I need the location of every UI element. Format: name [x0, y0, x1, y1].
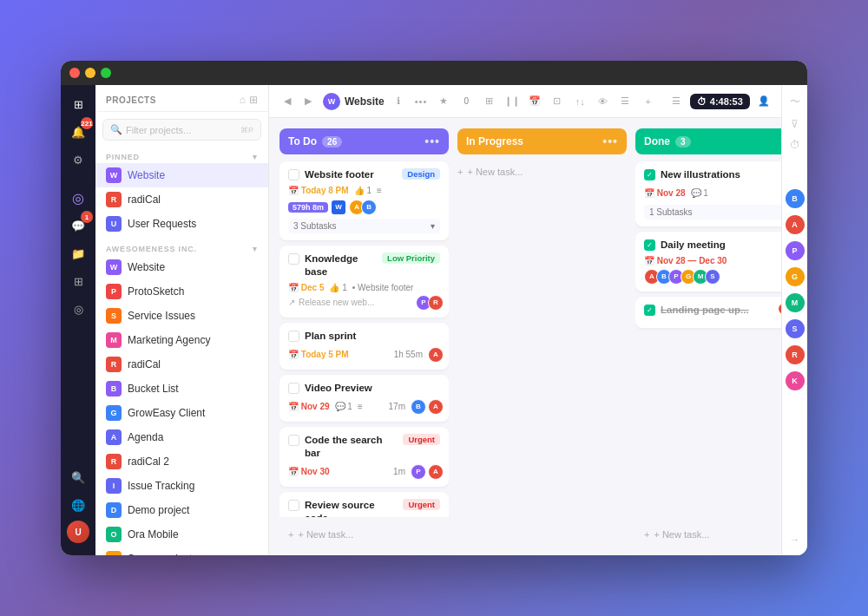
chat-icon[interactable]: 💬 1	[66, 213, 90, 238]
todo-more-button[interactable]: •••	[424, 134, 440, 148]
sidebar-item-scrum-project[interactable]: S Scrum project	[95, 547, 268, 555]
card-plan-sprint[interactable]: Plan sprint 📅 Today 5 PM 1h 55m A	[279, 323, 449, 370]
profile-icon[interactable]: 👤	[755, 91, 773, 112]
filter-right-icon[interactable]: ⊽	[788, 115, 801, 133]
card-daily-meeting[interactable]: ✓ Daily meeting 7 📅 Nov 28 — Dec 30 A B …	[635, 232, 781, 292]
filter-icon[interactable]: 👁	[594, 91, 611, 112]
sidebar-item-radical3[interactable]: R radiCal 2	[95, 449, 268, 474]
list-icon[interactable]: ☰	[616, 91, 634, 112]
inprogress-new-task-button[interactable]: + + New task...	[457, 161, 627, 182]
sidebar-item-label: Website	[128, 261, 165, 273]
card-checkbox[interactable]	[288, 331, 299, 342]
card-review-source-code[interactable]: Review source code Urgent 📅 Nov 29 💬 1 ≡…	[279, 492, 449, 517]
rp-avatar[interactable]: P	[786, 241, 805, 260]
sidebar-item-ora-mobile[interactable]: O Ora Mobile	[95, 522, 268, 547]
rp-avatar[interactable]: A	[786, 215, 805, 234]
add-icon[interactable]: +	[640, 91, 657, 112]
rp-avatar[interactable]: R	[786, 345, 805, 364]
rp-avatar[interactable]: S	[786, 319, 805, 338]
sidebar-item-user-requests[interactable]: U User Requests	[95, 212, 268, 236]
minimize-button[interactable]	[85, 68, 95, 78]
globe-icon[interactable]: 🌐	[66, 493, 90, 517]
sidebar-item-groweasy[interactable]: G GrowEasy Client	[95, 401, 268, 425]
sidebar-item-issue-tracking[interactable]: I Issue Tracking	[95, 474, 268, 498]
expand-right-icon[interactable]: →	[787, 531, 803, 548]
search-icon[interactable]: 🔍	[66, 465, 90, 489]
sidebar-item-protosketch[interactable]: P ProtoSketch	[95, 279, 268, 304]
done-new-task-button[interactable]: + + New task...	[635, 524, 781, 545]
logo-icon[interactable]: ◎	[66, 186, 90, 210]
plus-icon: +	[457, 167, 463, 177]
avatar: S	[705, 269, 720, 285]
sidebar-home-icon[interactable]: ⌂	[240, 94, 246, 106]
rp-avatar[interactable]: G	[786, 267, 805, 286]
rp-avatar[interactable]: M	[786, 293, 805, 312]
card-landing-page[interactable]: ✓ Landing page up... 10	[635, 297, 781, 328]
grid-icon[interactable]: ⊞	[66, 269, 90, 293]
card-checkbox-done[interactable]: ✓	[644, 239, 655, 251]
view-icon[interactable]: ☰	[667, 91, 685, 112]
todo-new-task-button[interactable]: + + New task...	[279, 524, 449, 545]
folder-icon[interactable]: 📁	[66, 241, 90, 265]
card-checkbox-done[interactable]: ✓	[644, 169, 655, 180]
nav-forward-button[interactable]: ▶	[299, 92, 318, 111]
maximize-button[interactable]	[101, 68, 111, 78]
radical2-icon: R	[106, 357, 122, 372]
rp-avatar[interactable]: K	[786, 371, 805, 390]
pinned-collapse-icon[interactable]: ▾	[253, 153, 258, 161]
more-icon[interactable]: •••	[412, 91, 430, 112]
sidebar-item-marketing-agency[interactable]: M Marketing Agency	[95, 328, 268, 352]
notifications-icon[interactable]: 🔔 221	[66, 120, 90, 144]
settings-icon[interactable]: ⚙	[66, 147, 90, 172]
home-icon[interactable]: ⊞	[66, 92, 90, 116]
sidebar-item-website-pinned[interactable]: W Website	[95, 163, 268, 187]
activity-icon[interactable]: ◎	[66, 297, 90, 321]
card-knowledge-base[interactable]: Knowledge base Low Priority 📅 Dec 5 👍 1 …	[279, 246, 449, 318]
star-icon[interactable]: ★	[435, 91, 452, 112]
card-checkbox[interactable]	[288, 500, 299, 511]
activity-icon[interactable]: 〜	[787, 92, 803, 112]
todo-column: To Do 26 ••• Website footer Design	[279, 128, 449, 545]
avatar: B	[411, 399, 426, 415]
sidebar-item-agenda[interactable]: A Agenda	[95, 425, 268, 449]
sidebar-search[interactable]: 🔍 Filter projects... ⌘P	[102, 119, 261, 141]
calendar-icon[interactable]: 📅	[526, 91, 543, 112]
service-issues-icon: S	[106, 308, 122, 324]
sidebar-item-label: Website	[128, 169, 165, 181]
gantt-icon[interactable]: ⊡	[549, 91, 566, 112]
card-checkbox-done[interactable]: ✓	[644, 305, 655, 316]
sort-icon[interactable]: ↑↓	[571, 91, 589, 112]
star-count[interactable]: 0	[457, 91, 475, 112]
user-avatar[interactable]: U	[67, 521, 89, 543]
card-checkbox[interactable]	[288, 169, 299, 180]
card-new-illustrations[interactable]: ✓ New illustrations 📅 Nov 28 💬 1 A 1 Sub…	[635, 161, 781, 226]
card-website-footer[interactable]: Website footer Design 📅 Today 8 PM 👍 1 ≡…	[279, 161, 449, 240]
rp-avatar[interactable]: B	[786, 189, 805, 208]
card-parent: • Website footer	[352, 283, 414, 292]
card-checkbox[interactable]	[288, 253, 299, 265]
card-video-preview[interactable]: Video Preview 📅 Nov 29 💬 1 ≡ 17m B A	[279, 375, 449, 422]
sidebar-item-demo-project[interactable]: D Demo project	[95, 498, 268, 522]
sidebar-item-bucket-list[interactable]: B Bucket List	[95, 377, 268, 401]
card-code-search-bar[interactable]: Code the search bar Urgent 📅 Nov 30 1m P…	[279, 427, 449, 487]
awesomeness-collapse-icon[interactable]: ▾	[253, 245, 258, 253]
todo-column-header: To Do 26 •••	[279, 128, 449, 154]
done-more-button[interactable]: •••	[780, 134, 781, 148]
subtask-expand-icon[interactable]: ▾	[431, 221, 435, 231]
clock-right-icon[interactable]: ⏱	[787, 136, 803, 154]
info-icon[interactable]: ℹ	[390, 91, 407, 112]
inprogress-more-button[interactable]: •••	[602, 134, 618, 148]
close-button[interactable]	[69, 68, 80, 78]
sidebar-item-website-aw[interactable]: W Website	[95, 255, 268, 279]
view-toggle-icon[interactable]: ⊞	[480, 91, 497, 112]
card-checkbox[interactable]	[288, 383, 299, 394]
kanban-icon[interactable]: ❙❙	[503, 91, 521, 112]
sidebar-grid-icon[interactable]: ⊞	[249, 94, 258, 106]
inprogress-cards: + + New task...	[457, 161, 627, 545]
sidebar-item-radical-pinned[interactable]: R radiCal	[95, 187, 268, 212]
nav-back-button[interactable]: ◀	[278, 92, 297, 111]
card-checkbox[interactable]	[288, 435, 299, 446]
sidebar-item-service-issues[interactable]: S Service Issues	[95, 304, 268, 328]
sidebar-item-radical2[interactable]: R radiCal	[95, 352, 268, 377]
card-title: Landing page up...	[661, 304, 773, 317]
